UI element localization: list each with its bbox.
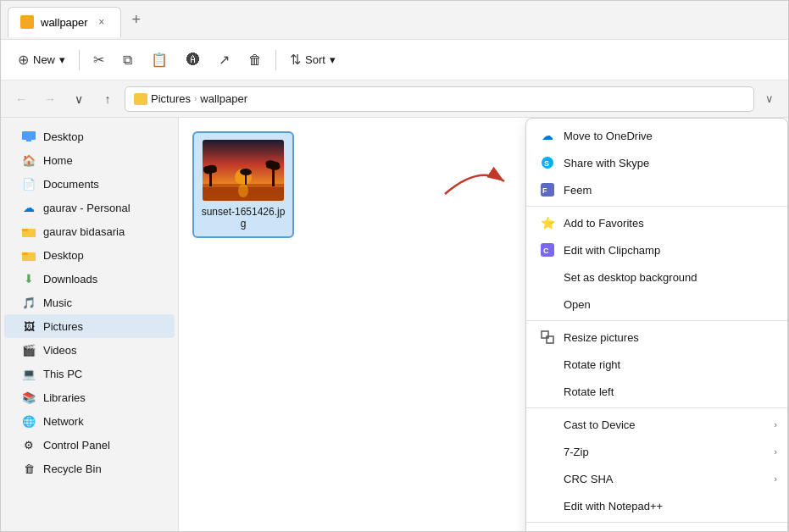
new-dropdown-arrow: ▾ [59,53,65,66]
sidebar-label-libraries: Libraries [43,391,86,404]
sidebar-label-documents: Documents [43,178,99,191]
menu-item-edit-clipchamp[interactable]: C Edit with Clipchamp [526,236,787,263]
rename-icon: 🅐 [186,53,200,68]
feem-icon: F [540,182,555,197]
new-button[interactable]: ⊕ New ▾ [11,47,72,72]
menu-item-set-desktop[interactable]: Set as desktop background [526,263,787,291]
address-dropdown-icon: ∨ [765,92,774,105]
forward-icon: → [44,92,56,106]
paste-button[interactable]: 📋 [144,47,175,72]
sidebar-item-gaurav-folder[interactable]: gaurav bidasaria [4,219,175,243]
sidebar-item-music[interactable]: 🎵 Music [4,291,175,314]
sidebar-item-recycle[interactable]: 🗑 Recycle Bin [4,457,175,480]
menu-separator-3 [526,407,787,408]
copy-button[interactable]: ⧉ [116,48,139,72]
new-icon: ⊕ [18,52,29,68]
network-icon: 🌐 [21,413,36,429]
rename-button[interactable]: 🅐 [180,48,207,72]
sidebar-item-desktop2[interactable]: Desktop [4,243,175,267]
sidebar-label-controlpanel: Control Panel [43,439,110,452]
up-icon: ↑ [105,92,111,106]
path-sep-1: › [194,94,197,103]
menu-label-open: Open [564,298,774,311]
resize-icon [540,330,555,345]
tab-close-button[interactable]: × [95,15,108,29]
menu-item-crcsha[interactable]: CRC SHA › [526,465,787,492]
sidebar-item-documents[interactable]: 📄 Documents [4,172,175,196]
menu-label-move-onedrive: Move to OneDrive [564,130,774,142]
cut-button[interactable]: ✂ [86,47,111,72]
back-button[interactable]: ← [9,87,33,111]
sidebar-label-network: Network [43,415,84,428]
file-item-sunset[interactable]: sunset-1651426.jpg [192,131,294,238]
sidebar-item-thispc[interactable]: 💻 This PC [4,362,175,385]
share-toolbar-icon: ↗ [219,52,230,68]
share-toolbar-button[interactable]: ↗ [212,47,236,72]
menu-item-cast[interactable]: Cast to Device › [526,411,787,438]
sidebar-item-downloads[interactable]: ⬇ Downloads [4,267,175,291]
tab-folder-icon [20,15,34,29]
sidebar-item-libraries[interactable]: 📚 Libraries [4,385,175,409]
sidebar-item-cloud[interactable]: ☁ gaurav - Personal [4,196,175,219]
menu-item-feem[interactable]: F Feem [526,176,787,203]
sort-button[interactable]: ⇅ Sort ▾ [283,47,342,72]
menu-label-rotate-left: Rotate left [564,385,774,398]
svg-rect-0 [22,131,36,140]
sidebar-label-downloads: Downloads [43,273,97,285]
7zip-arrow: › [774,446,777,457]
address-dropdown-button[interactable]: ∨ [759,87,780,111]
menu-item-rotate-right[interactable]: Rotate right [526,351,787,378]
downloads-icon: ⬇ [21,271,36,286]
address-path-bar[interactable]: Pictures › wallpaper [125,86,754,112]
menu-separator-2 [526,320,787,321]
menu-item-open[interactable]: Open [526,291,787,318]
menu-item-open-with[interactable]: Open with › [526,525,787,531]
menu-label-resize: Resize pictures [564,331,774,344]
copy-icon: ⧉ [123,53,132,68]
menu-item-7zip[interactable]: 7-Zip › [526,438,787,465]
tab-label: wallpaper [41,16,88,29]
menu-label-share-skype: Share with Skype [564,157,774,169]
file-thumbnail [203,140,284,201]
documents-icon: 📄 [21,176,36,191]
toolbar-separator-1 [79,50,80,70]
sidebar-item-desktop1[interactable]: Desktop [4,125,175,148]
sidebar-item-pictures[interactable]: 🖼 Pictures [4,314,175,338]
delete-button[interactable]: 🗑 [242,48,269,72]
svg-text:F: F [542,186,547,195]
sidebar-item-controlpanel[interactable]: ⚙ Control Panel [4,433,175,457]
menu-item-notepadpp[interactable]: Edit with Notepad++ [526,492,787,519]
new-tab-button[interactable]: + [125,8,148,32]
sidebar-item-home[interactable]: 🏠 Home [4,148,175,172]
context-menu: ☁ Move to OneDrive S Share with Skype F … [525,118,788,531]
menu-item-rotate-left[interactable]: Rotate left [526,378,787,405]
cloud-icon: ☁ [21,200,36,215]
recent-icon: ∨ [75,92,83,106]
menu-separator-4 [526,522,787,523]
forward-button[interactable]: → [38,87,62,111]
menu-item-move-onedrive[interactable]: ☁ Move to OneDrive [526,122,787,149]
menu-item-resize[interactable]: Resize pictures [526,324,787,351]
menu-item-add-favorites[interactable]: ⭐ Add to Favorites [526,209,787,236]
menu-label-cast: Cast to Device [564,418,774,431]
up-button[interactable]: ↑ [96,87,119,111]
svg-text:S: S [544,159,549,168]
active-tab[interactable]: wallpaper × [8,7,121,37]
onedrive-icon: ☁ [540,128,555,143]
cut-icon: ✂ [93,52,104,68]
toolbar: ⊕ New ▾ ✂ ⧉ 📋 🅐 ↗ 🗑 ⇅ Sort ▾ [1,40,788,80]
cast-arrow: › [774,419,777,429]
recent-button[interactable]: ∨ [67,87,91,111]
sidebar-item-network[interactable]: 🌐 Network [4,409,175,433]
sidebar-label-desktop2: Desktop [43,249,84,262]
gaurav-folder-icon [21,224,36,239]
desktop2-icon [21,247,36,263]
toolbar-separator-2 [275,50,276,70]
svg-rect-25 [542,331,548,338]
file-explorer-window: wallpaper × + ⊕ New ▾ ✂ ⧉ 📋 🅐 ↗ 🗑 [0,0,789,532]
menu-item-share-skype[interactable]: S Share with Skype [526,149,787,176]
7zip-icon [540,444,555,459]
sort-dropdown-arrow: ▾ [330,53,336,66]
sidebar-item-videos[interactable]: 🎬 Videos [4,338,175,362]
cast-icon [540,417,555,432]
